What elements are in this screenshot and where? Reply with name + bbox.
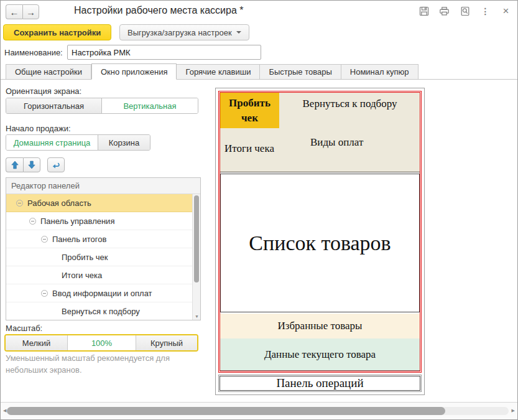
tree-row-return-to-selection[interactable]: Вернуться к подбору (6, 302, 192, 320)
layout-preview: Пробить чек Вернуться к подбору Итоги че… (215, 88, 425, 395)
save-settings-button[interactable]: Сохранить настройки (3, 24, 111, 40)
scroll-right-icon[interactable]: ▶ (512, 408, 515, 413)
scroll-left-icon[interactable]: ◀ (3, 408, 6, 413)
scale-option-100[interactable]: 100% (68, 335, 136, 350)
forward-button[interactable]: → (22, 4, 39, 19)
preview-red-frame-inner: Пробить чек Вернуться к подбору Итоги че… (220, 92, 420, 371)
tab-hotkeys[interactable]: Горячие клавиши (177, 64, 260, 80)
tab-banknote-denominations[interactable]: Номинал купюр (341, 64, 419, 80)
history-nav-group: ← → (6, 4, 39, 19)
orientation-option-horizontal[interactable]: Горизонтальная (6, 98, 102, 113)
print-icon[interactable] (439, 6, 450, 16)
export-import-label: Выгрузка/загрузка настроек (127, 28, 232, 37)
preview-fire-receipt-block[interactable]: Пробить чек (220, 93, 279, 128)
sale-start-option-home[interactable]: Домашняя страница (6, 135, 98, 150)
preview-payment-types-block[interactable]: Виды оплат (310, 136, 363, 149)
panel-editor-rows: Рабочая область Панель управления Панель… (6, 194, 192, 320)
tree-row-label: Вернуться к подбору (62, 307, 140, 316)
find-icon[interactable] (460, 6, 470, 16)
tree-row-info-payments[interactable]: Ввод информации и оплат (6, 284, 192, 302)
tree-row-fire-receipt[interactable]: Пробить чек (6, 248, 192, 266)
chevron-down-icon (236, 31, 241, 34)
panel-editor-header: Редактор панелей (6, 178, 200, 194)
export-import-settings-button[interactable]: Выгрузка/загрузка настроек (119, 24, 249, 40)
save-icon[interactable] (419, 6, 429, 16)
preview-operations-panel[interactable]: Панель операций (218, 375, 422, 392)
move-down-button[interactable] (23, 157, 40, 172)
tab-quick-goods[interactable]: Быстрые товары (260, 64, 341, 80)
move-up-button[interactable] (6, 157, 23, 172)
sale-start-toggle: Домашняя страница Корзина (6, 134, 150, 151)
scale-option-large[interactable]: Крупный (136, 335, 197, 350)
panel-editor-tree: Редактор панелей Рабочая область Панель … (6, 177, 201, 320)
return-arrow-icon (52, 161, 61, 170)
sale-start-option-cart[interactable]: Корзина (98, 135, 150, 150)
tree-row-label: Итоги чека (62, 271, 102, 280)
scale-label: Масштаб: (6, 324, 42, 333)
collapse-icon[interactable] (16, 200, 23, 207)
tree-row-label: Пробить чек (62, 253, 108, 262)
preview-current-good-block[interactable]: Данные текущего товара (220, 338, 420, 371)
cashier-settings-window: ← → Настройки рабочего места кассира * (0, 0, 518, 420)
horizontal-scrollbar[interactable]: ◀ ▶ (1, 403, 517, 419)
back-arrow-icon: ← (10, 7, 19, 17)
move-buttons-group (6, 157, 40, 172)
preview-totals-panel[interactable]: Пробить чек Вернуться к подбору Итоги че… (220, 93, 420, 172)
reset-button[interactable] (47, 157, 65, 172)
tree-scrollbar-thumb[interactable] (194, 195, 199, 282)
name-input[interactable] (67, 45, 261, 60)
preview-goods-list-block[interactable]: Список товаров (220, 174, 420, 312)
tree-scrollbar[interactable]: ▼ (192, 194, 200, 320)
tab-bar: Общие настройки Окно приложения Горячие … (1, 63, 518, 80)
scale-toggle: Мелкий 100% Крупный (4, 334, 198, 352)
collapse-icon[interactable] (41, 236, 48, 243)
tree-row-workspace[interactable]: Рабочая область (6, 194, 192, 212)
forward-arrow-icon: → (26, 7, 35, 17)
tree-row-control-panel[interactable]: Панель управления (6, 212, 192, 230)
tree-row-label: Ввод информации и оплат (52, 289, 152, 298)
more-icon[interactable]: ⋮ (480, 6, 491, 16)
arrow-down-icon (27, 161, 36, 169)
tree-row-totals-panel[interactable]: Панель итогов (6, 230, 192, 248)
tree-row-label: Панель управления (40, 217, 114, 226)
orientation-option-vertical[interactable]: Вертикальная (102, 98, 198, 113)
collapse-icon[interactable] (41, 290, 48, 297)
preview-red-frame: Пробить чек Вернуться к подбору Итоги че… (218, 91, 422, 373)
collapse-icon[interactable] (29, 218, 36, 225)
orientation-toggle: Горизонтальная Вертикальная (6, 98, 198, 114)
horizontal-scrollbar-thumb[interactable] (7, 407, 445, 415)
scroll-down-icon[interactable]: ▼ (195, 314, 199, 319)
sale-start-label: Начало продажи: (6, 124, 71, 133)
preview-operations-panel-label: Панель операций (220, 376, 420, 391)
tree-row-label: Рабочая область (27, 198, 91, 208)
header-icons: ⋮ × (419, 6, 511, 16)
scale-option-small[interactable]: Мелкий (6, 335, 68, 350)
preview-favorite-goods-block[interactable]: Избранные товары (220, 314, 420, 338)
preview-receipt-totals-block[interactable]: Итоги чека (224, 142, 274, 155)
back-button[interactable]: ← (6, 4, 22, 19)
scale-hint-text: Уменьшенный масштаб рекомендуется для не… (6, 353, 192, 376)
orientation-label: Ориентация экрана: (6, 86, 81, 96)
arrow-up-icon (11, 161, 19, 169)
close-icon[interactable]: × (501, 6, 511, 16)
preview-return-to-selection-block[interactable]: Вернуться к подбору (281, 98, 419, 110)
name-field-label: Наименование: (4, 48, 63, 57)
tab-application-window[interactable]: Окно приложения (91, 63, 177, 80)
tree-row-receipt-totals[interactable]: Итоги чека (6, 266, 192, 284)
tree-row-label: Панель итогов (52, 235, 106, 244)
tab-general-settings[interactable]: Общие настройки (6, 64, 91, 80)
page-title: Настройки рабочего места кассира * (74, 5, 244, 16)
